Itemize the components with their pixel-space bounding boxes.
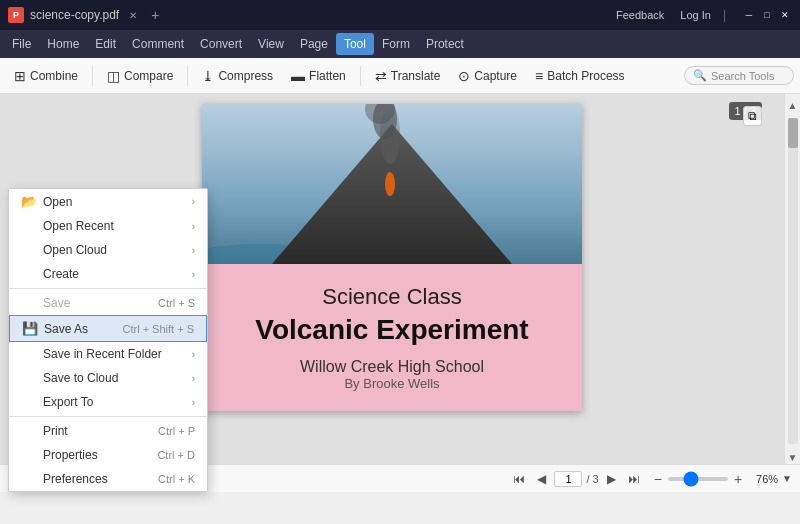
divider-2 <box>187 66 188 86</box>
scrollbar-track <box>788 118 798 444</box>
app-icon: P <box>8 7 24 23</box>
pdf-subtitle: Volcanic Experiment <box>222 314 562 346</box>
menu-create-item[interactable]: Create › <box>9 262 207 286</box>
svg-point-6 <box>385 172 395 196</box>
first-page-button[interactable]: ⏮ <box>509 470 529 488</box>
menu-open-cloud-item[interactable]: Open Cloud › <box>9 238 207 262</box>
save-as-shortcut: Ctrl + Shift + S <box>122 323 194 335</box>
menu-bar: File Home Edit Comment Convert View Page… <box>0 30 800 58</box>
save-recent-label: Save in Recent Folder <box>43 347 162 361</box>
save-cloud-label: Save to Cloud <box>43 371 118 385</box>
menu-home[interactable]: Home <box>39 33 87 55</box>
menu-export-item[interactable]: Export To › <box>9 390 207 414</box>
preferences-label: Preferences <box>43 472 108 486</box>
translate-button[interactable]: ⇄ Translate <box>367 64 449 88</box>
pdf-volcano-image <box>202 104 582 264</box>
capture-label: Capture <box>474 69 517 83</box>
divider-save <box>9 288 207 289</box>
batch-process-button[interactable]: ≡ Batch Process <box>527 64 633 88</box>
title-bar-right: Feedback Log In | ─ □ ✕ <box>612 7 792 23</box>
close-button[interactable]: ✕ <box>778 8 792 22</box>
new-tab-button[interactable]: + <box>151 7 159 23</box>
menu-save-cloud-item[interactable]: Save to Cloud › <box>9 366 207 390</box>
menu-save-item: Save Ctrl + S <box>9 291 207 315</box>
open-cloud-label: Open Cloud <box>43 243 107 257</box>
next-page-button[interactable]: ▶ <box>603 470 620 488</box>
menu-file[interactable]: File <box>4 33 39 55</box>
scroll-down-button[interactable]: ▼ <box>786 450 800 464</box>
menu-view[interactable]: View <box>250 33 292 55</box>
search-placeholder: Search Tools <box>711 70 774 82</box>
batch-label: Batch Process <box>547 69 624 83</box>
zoom-in-button[interactable]: + <box>732 469 744 489</box>
zoom-level-label: 76% <box>748 473 778 485</box>
minimize-button[interactable]: ─ <box>742 8 756 22</box>
divider-print <box>9 416 207 417</box>
menu-open-item[interactable]: 📂 Open › <box>9 189 207 214</box>
capture-button[interactable]: ⊙ Capture <box>450 64 525 88</box>
feedback-button[interactable]: Feedback <box>612 7 668 23</box>
open-label: Open <box>43 195 72 209</box>
save-recent-arrow: › <box>192 349 195 360</box>
file-dropdown-menu: 📂 Open › Open Recent › Open Cloud › Crea… <box>8 188 208 492</box>
menu-edit[interactable]: Edit <box>87 33 124 55</box>
compress-label: Compress <box>218 69 273 83</box>
menu-properties-item[interactable]: Properties Ctrl + D <box>9 443 207 467</box>
compare-button[interactable]: ◫ Compare <box>99 64 181 88</box>
search-icon: 🔍 <box>693 69 707 82</box>
compress-button[interactable]: ⤓ Compress <box>194 64 281 88</box>
combine-button[interactable]: ⊞ Combine <box>6 64 86 88</box>
main-content: 📂 Open › Open Recent › Open Cloud › Crea… <box>0 94 800 464</box>
menu-comment[interactable]: Comment <box>124 33 192 55</box>
compress-icon: ⤓ <box>202 68 214 84</box>
last-page-button[interactable]: ⏭ <box>624 470 644 488</box>
translate-icon: ⇄ <box>375 68 387 84</box>
zoom-slider[interactable] <box>668 477 728 481</box>
save-label: Save <box>43 296 70 310</box>
volcano-svg <box>202 104 582 264</box>
pdf-author: By Brooke Wells <box>222 376 562 391</box>
zoom-dropdown-button[interactable]: ▼ <box>782 473 792 484</box>
zoom-out-button[interactable]: − <box>652 469 664 489</box>
compare-label: Compare <box>124 69 173 83</box>
tab-close-icon[interactable]: ✕ <box>129 10 137 21</box>
login-button[interactable]: Log In <box>676 7 715 23</box>
search-tools-input[interactable]: 🔍 Search Tools <box>684 66 794 85</box>
zoom-controls: − + 76% ▼ <box>652 469 792 489</box>
menu-open-recent-item[interactable]: Open Recent › <box>9 214 207 238</box>
batch-icon: ≡ <box>535 68 543 84</box>
separator-icon: | <box>723 8 726 22</box>
maximize-button[interactable]: □ <box>760 8 774 22</box>
menu-save-recent-item[interactable]: Save in Recent Folder › <box>9 342 207 366</box>
flatten-label: Flatten <box>309 69 346 83</box>
current-page-input[interactable] <box>554 471 582 487</box>
open-recent-label: Open Recent <box>43 219 114 233</box>
scroll-up-button[interactable]: ▲ <box>786 98 800 112</box>
properties-shortcut: Ctrl + D <box>157 449 195 461</box>
menu-protect[interactable]: Protect <box>418 33 472 55</box>
print-label: Print <box>43 424 68 438</box>
filename-label: science-copy.pdf <box>30 8 119 22</box>
menu-tool[interactable]: Tool <box>336 33 374 55</box>
menu-save-as-item[interactable]: 💾 Save As Ctrl + Shift + S <box>9 315 207 342</box>
title-bar: P science-copy.pdf ✕ + Feedback Log In |… <box>0 0 800 30</box>
combine-icon: ⊞ <box>14 68 26 84</box>
preferences-shortcut: Ctrl + K <box>158 473 195 485</box>
pdf-school: Willow Creek High School <box>222 358 562 376</box>
window-controls: ─ □ ✕ <box>742 8 792 22</box>
flatten-button[interactable]: ▬ Flatten <box>283 64 354 88</box>
open-icon: 📂 <box>21 194 37 209</box>
copy-link-button[interactable]: ⧉ <box>743 106 762 126</box>
divider-1 <box>92 66 93 86</box>
flatten-icon: ▬ <box>291 68 305 84</box>
save-shortcut: Ctrl + S <box>158 297 195 309</box>
menu-print-item[interactable]: Print Ctrl + P <box>9 419 207 443</box>
total-pages-label: / 3 <box>586 473 598 485</box>
prev-page-button[interactable]: ◀ <box>533 470 550 488</box>
menu-form[interactable]: Form <box>374 33 418 55</box>
export-arrow: › <box>192 397 195 408</box>
scrollbar-thumb[interactable] <box>788 118 798 148</box>
menu-page[interactable]: Page <box>292 33 336 55</box>
menu-preferences-item[interactable]: Preferences Ctrl + K <box>9 467 207 491</box>
menu-convert[interactable]: Convert <box>192 33 250 55</box>
